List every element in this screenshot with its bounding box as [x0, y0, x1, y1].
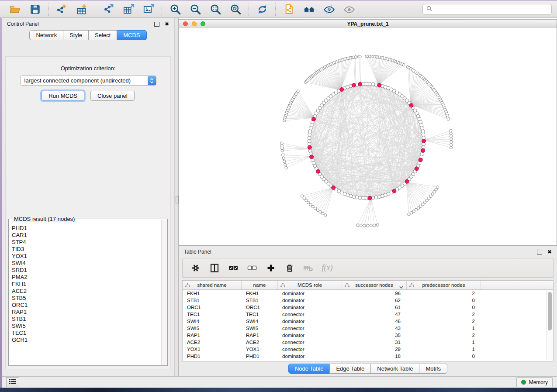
- import-table-icon[interactable]: [75, 3, 88, 16]
- tab-node-table[interactable]: Node Table: [288, 364, 330, 374]
- tab-network[interactable]: Network: [29, 30, 63, 40]
- splitter-handle-icon[interactable]: [176, 196, 179, 203]
- zoom-fit-icon[interactable]: [209, 3, 222, 16]
- result-node[interactable]: YOX1: [12, 253, 161, 260]
- column-header-name[interactable]: name: [242, 281, 278, 289]
- first-neighbors-icon[interactable]: [302, 3, 315, 16]
- export-image-icon[interactable]: [142, 3, 155, 16]
- close-table-panel-icon[interactable]: ✖: [547, 249, 552, 254]
- delete-column-icon[interactable]: [284, 262, 295, 274]
- result-node[interactable]: SRD1: [12, 267, 161, 274]
- table-row[interactable]: ORC1ORC1dominator610: [183, 304, 553, 311]
- result-node[interactable]: CAR1: [12, 232, 161, 239]
- tab-edge-table[interactable]: Edge Table: [329, 364, 371, 374]
- show-all-icon[interactable]: [343, 3, 356, 16]
- sort-desc-icon[interactable]: [399, 284, 403, 289]
- result-node[interactable]: ORC1: [12, 302, 161, 309]
- tab-network-table[interactable]: Network Table: [370, 364, 419, 374]
- tab-select[interactable]: Select: [88, 30, 117, 40]
- table-row[interactable]: YOX1YOX1connector291: [183, 346, 553, 353]
- float-panel-icon[interactable]: [154, 22, 159, 27]
- result-node[interactable]: PMA2: [12, 274, 161, 281]
- zoom-out-icon[interactable]: [189, 3, 202, 16]
- function-builder-icon[interactable]: f(x): [322, 262, 333, 274]
- add-column-icon[interactable]: [265, 262, 277, 274]
- table-row[interactable]: STB1STB1dominator620: [183, 297, 553, 304]
- tab-mcds[interactable]: MCDS: [117, 30, 146, 40]
- gear-icon[interactable]: [190, 262, 201, 274]
- table-scrollbar[interactable]: [547, 290, 553, 360]
- toolbar-group: [162, 3, 249, 16]
- column-header-predecessor-nodes[interactable]: predecessor nodes: [407, 281, 481, 289]
- cell-predecessor-nodes: 0: [407, 297, 481, 304]
- cell-filler: [481, 325, 553, 332]
- table-row[interactable]: TEC1TEC1connector472: [183, 311, 553, 318]
- close-panel-icon[interactable]: ✖: [165, 21, 169, 27]
- table-row[interactable]: FKH1FKH1dominator962: [183, 290, 553, 297]
- result-node[interactable]: SWI5: [12, 323, 161, 330]
- export-network-icon[interactable]: [102, 3, 115, 16]
- tab-style[interactable]: Style: [63, 30, 89, 40]
- cell-MCDS-role: connector: [278, 346, 342, 353]
- export-table-icon[interactable]: [122, 3, 135, 16]
- cell-MCDS-role: dominator: [278, 304, 342, 311]
- result-node[interactable]: FKH1: [12, 281, 161, 288]
- result-node[interactable]: STB5: [12, 295, 161, 302]
- run-mcds-button[interactable]: Run MCDS: [42, 91, 84, 101]
- close-window-icon[interactable]: [183, 21, 188, 26]
- memory-button[interactable]: Memory: [516, 377, 553, 387]
- panel-splitter[interactable]: [175, 18, 179, 376]
- result-node[interactable]: SWI4: [12, 260, 161, 267]
- column-header-shared-name[interactable]: shared name: [183, 281, 242, 289]
- refresh-view-icon[interactable]: [256, 3, 269, 16]
- deselect-all-icon[interactable]: [246, 262, 258, 274]
- result-scrollbar[interactable]: [161, 220, 167, 365]
- task-history-button[interactable]: [6, 377, 19, 387]
- delete-table-icon[interactable]: [303, 262, 314, 274]
- zoom-selected-icon[interactable]: [229, 3, 242, 16]
- hide-selected-icon[interactable]: [322, 3, 336, 16]
- zoom-in-icon[interactable]: [169, 3, 182, 16]
- tab-motifs[interactable]: Motifs: [419, 364, 447, 374]
- table-row[interactable]: PHD1PHD1dominator180: [183, 353, 553, 360]
- table-panel: Table Panel ✖ f(x) shared namenameMCDS r…: [179, 246, 557, 376]
- search-input[interactable]: [435, 5, 551, 14]
- result-node[interactable]: GCR1: [12, 337, 161, 344]
- network-view-titlebar[interactable]: YPA_prune.txt_1: [179, 20, 557, 28]
- open-file-icon[interactable]: [8, 3, 21, 16]
- table-row[interactable]: SWI5SWI5connector431: [183, 325, 553, 332]
- close-panel-button[interactable]: Close panel: [90, 91, 135, 101]
- open-session-share-icon[interactable]: [282, 3, 295, 16]
- cell-filler: [481, 332, 553, 339]
- result-node[interactable]: TID3: [12, 246, 161, 253]
- criterion-dropdown[interactable]: largest connected component (undirected): [20, 76, 156, 86]
- table-row[interactable]: ACE2ACE2connector311: [183, 339, 553, 346]
- cell-MCDS-role: dominator: [278, 332, 342, 339]
- save-icon[interactable]: [28, 3, 42, 16]
- result-node[interactable]: PHD1: [12, 225, 161, 232]
- result-node[interactable]: TEC1: [12, 330, 161, 337]
- minimize-window-icon[interactable]: [192, 21, 197, 26]
- result-node[interactable]: RAP1: [12, 309, 161, 316]
- result-node[interactable]: STB1: [12, 316, 161, 323]
- select-all-icon[interactable]: [228, 262, 239, 274]
- column-label: predecessor nodes: [422, 282, 465, 288]
- optimization-criterion-label: Optimization criterion:: [6, 65, 170, 72]
- zoom-window-icon[interactable]: [201, 21, 205, 26]
- column-header-successor-nodes[interactable]: successor nodes: [342, 281, 407, 289]
- cell-filler: [481, 318, 553, 325]
- mcds-result-list[interactable]: PHD1CAR1STP4TID3YOX1SWI4SRD1PMA2FKH1ACE2…: [9, 220, 161, 365]
- column-header-MCDS-role[interactable]: MCDS role: [278, 281, 342, 289]
- table-row[interactable]: RAP1RAP1dominator352: [183, 332, 553, 339]
- import-network-icon[interactable]: [55, 3, 68, 16]
- network-canvas[interactable]: [179, 28, 557, 245]
- float-table-panel-icon[interactable]: [537, 250, 542, 254]
- search-box[interactable]: [422, 4, 552, 15]
- table-row[interactable]: SWI4SWI4dominator462: [183, 318, 553, 325]
- network-graph[interactable]: [179, 28, 557, 245]
- result-node[interactable]: ACE2: [12, 288, 161, 295]
- result-node[interactable]: STP4: [12, 239, 161, 246]
- scrollbar-thumb[interactable]: [548, 292, 552, 330]
- cell-MCDS-role: connector: [278, 325, 342, 332]
- show-columns-icon[interactable]: [209, 262, 220, 274]
